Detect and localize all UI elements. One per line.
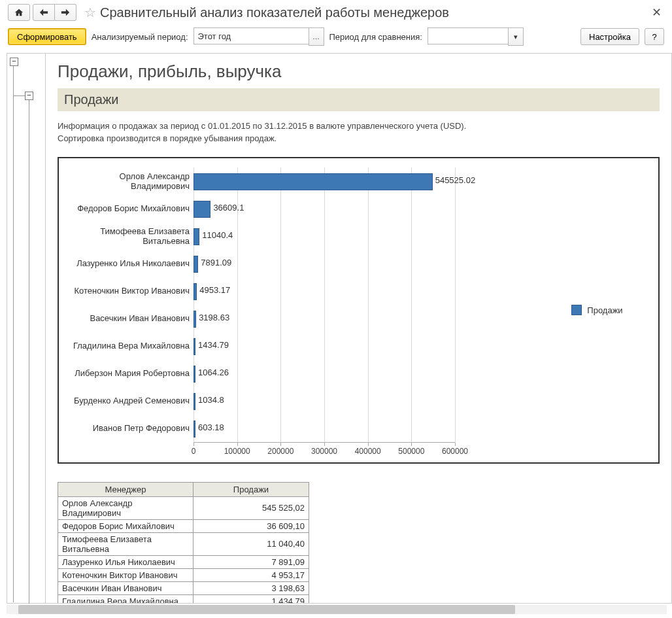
chart-bar-label: Бурденко Андрей Семенович [65, 396, 193, 405]
chart-bar-value: 603.18 [198, 422, 224, 432]
chart-bar-label: Васечкин Иван Иванович [65, 313, 193, 323]
close-button[interactable]: ✕ [647, 5, 667, 20]
chart-bar-row: Орлов Александр Владимирович545525.02 [65, 167, 529, 195]
forward-button[interactable] [55, 4, 76, 21]
legend-swatch [571, 305, 582, 315]
table-row: Орлов Александр Владимирович545 525,02 [58, 496, 309, 519]
compare-dropdown-button[interactable]: ▾ [508, 27, 524, 46]
home-button[interactable] [8, 4, 30, 21]
table-cell-name: Орлов Александр Владимирович [58, 496, 193, 519]
back-button[interactable] [33, 4, 55, 21]
chart-bar-row: Тимофеева Елизавета Витальевна11040.4 [65, 222, 529, 250]
period-input[interactable]: Этот год [193, 27, 309, 44]
table-cell-value: 36 609,10 [193, 519, 309, 532]
chart-bar-label: Иванов Петр Федорович [65, 423, 193, 433]
axis-tick-label: 0 [192, 447, 196, 456]
chart-bar-label: Федоров Борис Михайлович [65, 203, 193, 213]
chart-bar-row: Котеночкин Виктор Иванович4953.17 [65, 277, 529, 305]
chart-bar-label: Котеночкин Виктор Иванович [65, 286, 193, 296]
axis-tick-label: 300000 [311, 447, 337, 456]
chart-bar-row: Федоров Борис Михайлович36609.1 [65, 195, 529, 222]
period-picker-button[interactable]: … [309, 27, 324, 46]
table-cell-value: 1 434,79 [193, 594, 309, 604]
chart-bar-value: 1434.79 [198, 340, 229, 350]
compare-label: Период для сравнения: [329, 32, 422, 42]
table-cell-value: 4 953,17 [193, 568, 309, 581]
table-header: Продажи [193, 482, 309, 496]
favorite-star-icon[interactable]: ☆ [84, 5, 96, 20]
table-cell-name: Васечкин Иван Иванович [58, 581, 193, 594]
legend-label: Продажи [587, 305, 622, 315]
chart-legend: Продажи [536, 158, 658, 462]
chart-bar-label: Либерзон Мария Робертовна [65, 368, 193, 378]
chart-bar [193, 421, 195, 438]
report-area[interactable]: Продажи, прибыль, выручка Продажи Информ… [45, 53, 672, 604]
sales-table: МенеджерПродажи Орлов Александр Владимир… [58, 482, 309, 604]
table-row: Лазуренко Илья Николаевич7 891,09 [58, 555, 309, 568]
help-button[interactable]: ? [645, 28, 664, 45]
chart-bar [193, 201, 210, 218]
chart-bar [193, 393, 195, 410]
chart-bar-row: Васечкин Иван Иванович3198.63 [65, 305, 529, 332]
chart-bar-value: 1064.26 [198, 368, 229, 377]
scrollbar-thumb[interactable] [18, 605, 515, 614]
table-cell-name: Лазуренко Илья Николаевич [58, 555, 193, 568]
table-cell-name: Гладилина Вера Михайловна [58, 594, 193, 604]
chart-bar [193, 311, 196, 328]
chart-bar-row: Иванов Петр Федорович603.18 [65, 415, 529, 442]
arrow-right-icon [61, 9, 70, 16]
table-cell-value: 3 198,63 [193, 581, 309, 594]
chevron-down-icon: ▾ [514, 33, 518, 41]
chart-bar-row: Либерзон Мария Робертовна1064.26 [65, 360, 529, 387]
table-cell-name: Федоров Борис Михайлович [58, 519, 193, 532]
chart-bar-value: 36609.1 [213, 203, 244, 213]
tree-collapse-node[interactable]: − [25, 92, 33, 100]
compare-input[interactable] [428, 27, 508, 44]
axis-tick-label: 100000 [224, 447, 250, 456]
axis-tick-label: 400000 [355, 447, 381, 456]
generate-button[interactable]: Сформировать [8, 28, 86, 45]
table-header: Менеджер [58, 482, 193, 496]
chart-bar [193, 283, 197, 300]
chart-bar-label: Гладилина Вера Михайловна [65, 341, 193, 351]
chart-bar-value: 1034.8 [198, 395, 224, 405]
chart-bar-label: Лазуренко Илья Николаевич [65, 258, 193, 268]
table-row: Гладилина Вера Михайловна1 434,79 [58, 594, 309, 604]
chart-bar-row: Бурденко Андрей Семенович1034.8 [65, 387, 529, 415]
table-cell-value: 7 891,09 [193, 555, 309, 568]
chart-bar [193, 228, 199, 245]
settings-button[interactable]: Настройка [580, 28, 639, 45]
section-heading: Продажи [58, 88, 660, 111]
table-cell-value: 545 525,02 [193, 496, 309, 519]
chart-bar [193, 173, 433, 190]
horizontal-scrollbar[interactable] [7, 605, 667, 614]
chart-bar-label: Орлов Александр Владимирович [65, 171, 193, 191]
chart-bar-value: 4953.17 [199, 285, 230, 295]
ellipsis-icon: … [312, 33, 320, 41]
report-info: Информация о продажах за период с 01.01.… [58, 120, 660, 145]
tree-collapse-node[interactable]: − [10, 58, 18, 66]
table-row: Васечкин Иван Иванович3 198,63 [58, 581, 309, 594]
chart-bar-value: 3198.63 [199, 313, 229, 322]
axis-tick-label: 500000 [398, 447, 424, 456]
table-row: Федоров Борис Михайлович36 609,10 [58, 519, 309, 532]
close-icon: ✕ [652, 6, 662, 19]
axis-tick-label: 600000 [442, 447, 468, 456]
table-cell-name: Тимофеева Елизавета Витальевна [58, 532, 193, 555]
chart-bar-row: Гладилина Вера Михайловна1434.79 [65, 332, 529, 360]
period-label: Анализируемый период: [92, 32, 188, 42]
chart-bar [193, 256, 198, 273]
table-row: Котеночкин Виктор Иванович4 953,17 [58, 568, 309, 581]
table-cell-name: Котеночкин Виктор Иванович [58, 568, 193, 581]
chart-bar-value: 11040.4 [202, 230, 233, 240]
chart-plot: Орлов Александр Владимирович545525.02Фед… [59, 158, 536, 462]
outline-gutter: − − [7, 53, 45, 604]
table-row: Тимофеева Елизавета Витальевна11 040,40 [58, 532, 309, 555]
sales-chart: Орлов Александр Владимирович545525.02Фед… [58, 157, 660, 464]
chart-x-axis: 0100000200000300000400000500000600000 [193, 442, 455, 458]
chart-bar [193, 338, 195, 355]
chart-bar-label: Тимофеева Елизавета Витальевна [65, 226, 193, 246]
chart-bar-value: 545525.02 [435, 175, 475, 185]
table-cell-value: 11 040,40 [193, 532, 309, 555]
chart-bar [193, 366, 195, 383]
